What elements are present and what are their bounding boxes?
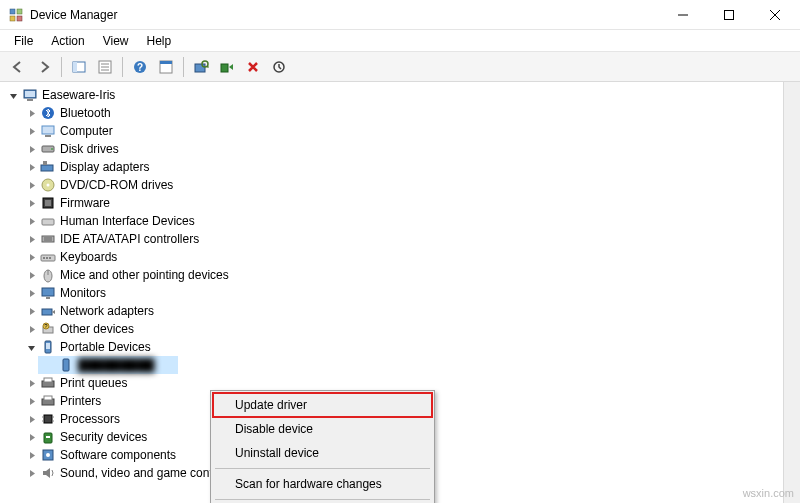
tree-item-keyboards[interactable]: Keyboards bbox=[20, 248, 800, 266]
svg-rect-17 bbox=[160, 61, 172, 64]
expand-icon[interactable] bbox=[24, 142, 38, 156]
tree-item-ide[interactable]: IDE ATA/ATAPI controllers bbox=[20, 230, 800, 248]
expand-icon[interactable] bbox=[24, 448, 38, 462]
svg-rect-48 bbox=[46, 297, 50, 299]
mouse-icon bbox=[40, 267, 56, 283]
expand-icon[interactable] bbox=[24, 466, 38, 480]
show-hide-button[interactable] bbox=[67, 55, 91, 79]
context-scan[interactable]: Scan for hardware changes bbox=[213, 472, 432, 496]
properties-button[interactable] bbox=[93, 55, 117, 79]
maximize-button[interactable] bbox=[706, 0, 752, 30]
svg-point-68 bbox=[46, 453, 50, 457]
tree-root[interactable]: Easeware-Iris bbox=[2, 86, 800, 104]
expand-icon[interactable] bbox=[24, 124, 38, 138]
no-expand bbox=[42, 358, 56, 372]
tree-item-label: Bluetooth bbox=[60, 106, 111, 120]
device-properties-button[interactable] bbox=[154, 55, 178, 79]
scan-hardware-button[interactable] bbox=[189, 55, 213, 79]
tree-item-display-adapters[interactable]: Display adapters bbox=[20, 158, 800, 176]
expand-icon[interactable] bbox=[24, 106, 38, 120]
svg-point-34 bbox=[47, 184, 50, 187]
toolbar: ? bbox=[0, 52, 800, 82]
tree-item-label: DVD/CD-ROM drives bbox=[60, 178, 173, 192]
portable-icon bbox=[40, 339, 56, 355]
forward-button[interactable] bbox=[32, 55, 56, 79]
toolbar-separator bbox=[183, 57, 184, 77]
svg-rect-32 bbox=[43, 161, 47, 165]
menubar: File Action View Help bbox=[0, 30, 800, 52]
menu-help[interactable]: Help bbox=[139, 32, 180, 50]
expand-icon[interactable] bbox=[24, 196, 38, 210]
expand-icon[interactable] bbox=[24, 430, 38, 444]
tree-item-monitors[interactable]: Monitors bbox=[20, 284, 800, 302]
expand-icon[interactable] bbox=[24, 286, 38, 300]
close-button[interactable] bbox=[752, 0, 798, 30]
printer-icon bbox=[40, 375, 56, 391]
expand-icon[interactable] bbox=[24, 160, 38, 174]
update-driver-button[interactable] bbox=[267, 55, 291, 79]
tree-item-label: IDE ATA/ATAPI controllers bbox=[60, 232, 199, 246]
ide-icon bbox=[40, 231, 56, 247]
menu-action[interactable]: Action bbox=[43, 32, 92, 50]
tree-item-label: Mice and other pointing devices bbox=[60, 268, 229, 282]
expand-icon[interactable] bbox=[24, 376, 38, 390]
sound-icon bbox=[40, 465, 56, 481]
tree-item-label: Printers bbox=[60, 394, 101, 408]
expand-icon[interactable] bbox=[24, 232, 38, 246]
expand-icon[interactable] bbox=[24, 322, 38, 336]
menu-file[interactable]: File bbox=[6, 32, 41, 50]
tree-item-dvd[interactable]: DVD/CD-ROM drives bbox=[20, 176, 800, 194]
collapse-icon[interactable] bbox=[24, 340, 38, 354]
context-menu: Update driver Disable device Uninstall d… bbox=[210, 390, 435, 503]
tree-item-bluetooth[interactable]: Bluetooth bbox=[20, 104, 800, 122]
svg-rect-37 bbox=[42, 219, 54, 225]
tree-item-portable[interactable]: Portable Devices bbox=[20, 338, 800, 356]
display-icon bbox=[40, 159, 56, 175]
expand-icon[interactable] bbox=[24, 304, 38, 318]
svg-rect-42 bbox=[43, 257, 45, 259]
tree-item-disk-drives[interactable]: Disk drives bbox=[20, 140, 800, 158]
hid-icon bbox=[40, 213, 56, 229]
svg-rect-24 bbox=[25, 91, 35, 97]
svg-rect-47 bbox=[42, 288, 54, 296]
expand-icon[interactable] bbox=[24, 394, 38, 408]
collapse-icon[interactable] bbox=[6, 88, 20, 102]
expand-icon[interactable] bbox=[24, 250, 38, 264]
tree-item-label: Display adapters bbox=[60, 160, 149, 174]
portable-children: █████████ bbox=[20, 356, 800, 374]
context-uninstall-device[interactable]: Uninstall device bbox=[213, 441, 432, 465]
monitor-icon bbox=[40, 285, 56, 301]
toolbar-separator bbox=[122, 57, 123, 77]
tree-item-network[interactable]: Network adapters bbox=[20, 302, 800, 320]
expand-icon[interactable] bbox=[24, 214, 38, 228]
context-separator bbox=[215, 499, 430, 500]
back-button[interactable] bbox=[6, 55, 30, 79]
uninstall-button[interactable] bbox=[241, 55, 265, 79]
expand-icon[interactable] bbox=[24, 412, 38, 426]
bluetooth-icon bbox=[40, 105, 56, 121]
svg-rect-60 bbox=[44, 415, 52, 423]
context-disable-device[interactable]: Disable device bbox=[213, 417, 432, 441]
svg-rect-38 bbox=[42, 236, 54, 242]
tree-item-mice[interactable]: Mice and other pointing devices bbox=[20, 266, 800, 284]
svg-rect-2 bbox=[10, 16, 15, 21]
vertical-scrollbar[interactable] bbox=[783, 82, 800, 503]
tree-item-hid[interactable]: Human Interface Devices bbox=[20, 212, 800, 230]
context-update-driver[interactable]: Update driver bbox=[213, 393, 432, 417]
disk-icon bbox=[40, 141, 56, 157]
svg-rect-28 bbox=[45, 135, 51, 137]
expand-icon[interactable] bbox=[24, 268, 38, 282]
tree-item-other[interactable]: ? Other devices bbox=[20, 320, 800, 338]
svg-line-20 bbox=[207, 66, 209, 68]
menu-view[interactable]: View bbox=[95, 32, 137, 50]
computer-icon bbox=[22, 87, 38, 103]
watermark: wsxin.com bbox=[743, 487, 794, 499]
help-button[interactable]: ? bbox=[128, 55, 152, 79]
expand-icon[interactable] bbox=[24, 178, 38, 192]
tree-item-selected-device[interactable]: █████████ bbox=[38, 356, 178, 374]
dvd-icon bbox=[40, 177, 56, 193]
enable-device-button[interactable] bbox=[215, 55, 239, 79]
tree-item-firmware[interactable]: Firmware bbox=[20, 194, 800, 212]
tree-item-computer[interactable]: Computer bbox=[20, 122, 800, 140]
minimize-button[interactable] bbox=[660, 0, 706, 30]
